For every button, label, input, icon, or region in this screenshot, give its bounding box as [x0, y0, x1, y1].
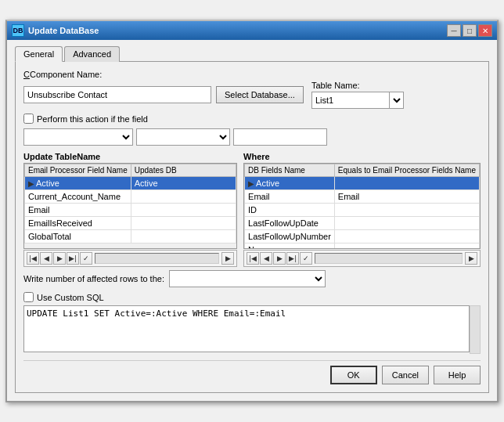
left-nav-next[interactable]: ▶ [53, 252, 66, 265]
table-name-dropdown[interactable]: ▼ [390, 92, 404, 109]
right-nav-next[interactable]: ▶ [273, 252, 286, 265]
ok-button[interactable]: OK [330, 366, 377, 384]
table-name-group: Table Name: ▼ [311, 81, 404, 109]
cell-equals [334, 217, 479, 230]
cancel-button[interactable]: Cancel [382, 366, 429, 384]
left-nav-check[interactable]: ✓ [80, 252, 92, 265]
component-name-label: CComponent Name: [23, 70, 404, 79]
right-nav-last[interactable]: ▶| [286, 252, 299, 265]
table-row[interactable]: Current_Account_Name [25, 190, 236, 204]
component-name-group: CComponent Name: Select Database... Tabl… [23, 70, 404, 109]
perform-action-label: Perform this action if the field [37, 114, 148, 124]
write-affected-row: Write number of affected rows to the: [23, 270, 481, 287]
right-nav-bar: |◀ ◀ ▶ ▶| ✓ ▶ [243, 250, 481, 267]
minimize-button[interactable]: ─ [447, 24, 461, 37]
close-button[interactable]: ✕ [478, 24, 492, 37]
right-table-container: DB Fields Name Equals to Email Processor… [243, 163, 481, 249]
condition-op-select[interactable] [136, 128, 230, 146]
cell-equals [334, 204, 479, 217]
maximize-button[interactable]: □ [463, 24, 477, 37]
write-affected-select[interactable] [169, 270, 326, 287]
table-row[interactable]: Email [25, 204, 236, 217]
left-table-panel: Update TableName Email Processor Field N… [23, 152, 237, 267]
left-table-container: Email Processor Field Name Updates DB ▶A… [23, 163, 237, 249]
tables-section: Update TableName Email Processor Field N… [23, 152, 481, 267]
cell-equals [334, 230, 479, 243]
perform-action-checkbox[interactable] [23, 114, 34, 124]
cell-field: LastFollowUpDate [245, 217, 335, 230]
cell-db [131, 217, 236, 230]
right-data-table: DB Fields Name Equals to Email Processor… [244, 164, 480, 249]
component-table-row: CComponent Name: Select Database... Tabl… [23, 70, 481, 109]
left-data-table: Email Processor Field Name Updates DB ▶A… [24, 164, 236, 243]
tab-content: CComponent Name: Select Database... Tabl… [15, 61, 489, 393]
left-nav-first[interactable]: |◀ [27, 252, 39, 265]
cell-field: LastFollowUpNumber [245, 230, 335, 243]
sql-scrollbar[interactable] [470, 305, 481, 354]
left-nav-last[interactable]: ▶| [67, 252, 79, 265]
table-row[interactable]: GlobalTotal [25, 230, 236, 243]
table-name-input[interactable] [311, 92, 390, 109]
left-nav-scroll-right[interactable]: ▶ [221, 252, 234, 265]
condition-row [23, 128, 481, 146]
cell-field: EmailIsReceived [25, 217, 131, 230]
where-title: Where [243, 152, 481, 161]
tab-general[interactable]: General [15, 46, 63, 62]
cell-db [131, 190, 236, 204]
update-tablename-title: Update TableName [23, 152, 237, 161]
window-title: Update DataBase [28, 26, 99, 35]
table-row[interactable]: LastFollowUpNumber [245, 230, 480, 243]
table-row[interactable]: LastFollowUpDate [245, 217, 480, 230]
cell-db: Active [131, 177, 236, 190]
left-nav-prev[interactable]: ◀ [40, 252, 52, 265]
table-row[interactable]: ▶Active Active [25, 177, 236, 190]
cell-field: Email [25, 204, 131, 217]
sql-textarea[interactable]: UPDATE List1 SET Active=:Active WHERE Em… [23, 305, 470, 352]
condition-field-select[interactable] [23, 128, 133, 146]
perform-action-row: Perform this action if the field [23, 114, 481, 124]
window-icon: DB [12, 24, 24, 37]
right-nav-prev[interactable]: ◀ [260, 252, 272, 265]
table-row[interactable]: Name [245, 243, 480, 250]
cell-equals [334, 177, 479, 190]
right-col-field: DB Fields Name [245, 164, 335, 177]
left-col-field: Email Processor Field Name [25, 164, 131, 177]
table-row[interactable]: Email Email [245, 190, 480, 204]
right-col-equals: Equals to Email Processor Fields Name [334, 164, 479, 177]
bottom-buttons: OK Cancel Help [23, 360, 481, 384]
tab-advanced[interactable]: Advanced [64, 46, 120, 62]
select-database-button[interactable]: Select Database... [216, 86, 304, 103]
main-window: DB Update DataBase ─ □ ✕ General Advance… [5, 20, 499, 402]
right-nav-scrollbar[interactable] [315, 253, 463, 264]
cell-db [131, 230, 236, 243]
use-custom-sql-checkbox[interactable] [23, 292, 34, 302]
cell-equals [334, 243, 479, 250]
right-nav-scroll-right[interactable]: ▶ [465, 252, 477, 265]
right-nav-first[interactable]: |◀ [247, 252, 259, 265]
component-name-input[interactable] [23, 86, 211, 103]
right-table-panel: Where DB Fields Name Equals to Email Pro… [243, 152, 481, 267]
cell-field: ▶Active [25, 177, 131, 190]
cell-field: ▶Active [245, 177, 335, 190]
left-col-db: Updates DB [131, 164, 236, 177]
sql-container: UPDATE List1 SET Active=:Active WHERE Em… [23, 305, 481, 354]
cell-field: GlobalTotal [25, 230, 131, 243]
condition-value-input[interactable] [233, 128, 327, 146]
tab-bar: General Advanced [15, 46, 489, 62]
write-affected-label: Write number of affected rows to the: [23, 274, 164, 283]
left-nav-bar: |◀ ◀ ▶ ▶| ✓ ▶ [23, 250, 237, 267]
table-row[interactable]: EmailIsReceived [25, 217, 236, 230]
cell-db [131, 204, 236, 217]
table-row[interactable]: ID [245, 204, 480, 217]
help-button[interactable]: Help [434, 366, 481, 384]
left-nav-scrollbar[interactable] [95, 253, 219, 264]
cell-field: Name [245, 243, 335, 250]
cell-equals: Email [334, 190, 479, 204]
right-nav-check[interactable]: ✓ [300, 252, 312, 265]
title-bar: DB Update DataBase ─ □ ✕ [7, 21, 497, 40]
cell-field: Current_Account_Name [25, 190, 131, 204]
table-name-label: Table Name: [311, 81, 404, 90]
table-row[interactable]: ▶Active [245, 177, 480, 190]
use-custom-sql-label: Use Custom SQL [37, 293, 104, 302]
title-bar-left: DB Update DataBase [12, 24, 99, 37]
